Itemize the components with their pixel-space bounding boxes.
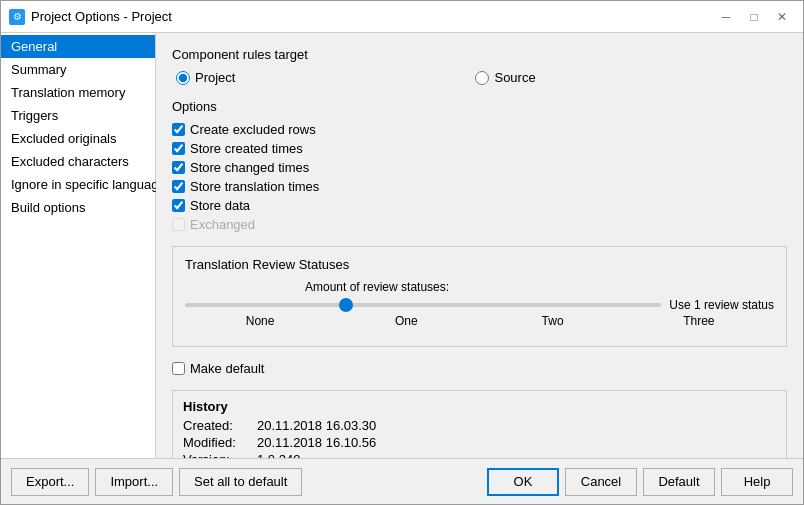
history-label: Modified:: [183, 435, 253, 450]
history-value: 20.11.2018 16.10.56: [257, 435, 376, 450]
slider-tick-one: One: [333, 314, 479, 328]
checkbox-label: Store data: [190, 198, 250, 213]
slider-tick-none: None: [187, 314, 333, 328]
slider-area: Use 1 review status: [185, 298, 774, 312]
cancel-button[interactable]: Cancel: [565, 468, 637, 496]
import-button[interactable]: Import...: [95, 468, 173, 496]
window-title: Project Options - Project: [31, 9, 172, 24]
help-button[interactable]: Help: [721, 468, 793, 496]
history-title: History: [183, 399, 776, 414]
history-value: 20.11.2018 16.03.30: [257, 418, 376, 433]
window: ⚙ Project Options - Project ─ □ ✕ Genera…: [0, 0, 804, 505]
make-default-row: Make default: [172, 361, 787, 376]
slider-ticks: NoneOneTwoThree: [185, 314, 774, 328]
footer-right: OK Cancel Default Help: [487, 468, 793, 496]
review-section: Translation Review Statuses Amount of re…: [172, 246, 787, 347]
set-all-button[interactable]: Set all to default: [179, 468, 302, 496]
footer-left: Export... Import... Set all to default: [11, 468, 302, 496]
content-area: GeneralSummaryTranslation memoryTriggers…: [1, 33, 803, 458]
checkbox-input-store-translation-times[interactable]: [172, 180, 185, 193]
checkbox-exchanged: Exchanged: [172, 217, 787, 232]
radio-project-input[interactable]: [176, 71, 190, 85]
sidebar-item-translation-memory[interactable]: Translation memory: [1, 81, 155, 104]
sidebar-item-summary[interactable]: Summary: [1, 58, 155, 81]
make-default-label: Make default: [190, 361, 264, 376]
sidebar: GeneralSummaryTranslation memoryTriggers…: [1, 33, 156, 458]
checkbox-input-store-data[interactable]: [172, 199, 185, 212]
checkbox-input-store-changed-times[interactable]: [172, 161, 185, 174]
sidebar-item-excluded-originals[interactable]: Excluded originals: [1, 127, 155, 150]
footer: Export... Import... Set all to default O…: [1, 458, 803, 504]
options-label: Options: [172, 99, 787, 114]
checkbox-label: Create excluded rows: [190, 122, 316, 137]
history-row: Created:20.11.2018 16.03.30: [183, 418, 776, 433]
slider-tick-two: Two: [480, 314, 626, 328]
history-row: Modified:20.11.2018 16.10.56: [183, 435, 776, 450]
checkbox-store-translation-times[interactable]: Store translation times: [172, 179, 787, 194]
checkbox-label: Exchanged: [190, 217, 255, 232]
app-icon-letter: ⚙: [13, 11, 22, 22]
slider-right-label: Use 1 review status: [669, 298, 774, 312]
checkbox-input-store-created-times[interactable]: [172, 142, 185, 155]
checkbox-store-changed-times[interactable]: Store changed times: [172, 160, 787, 175]
minimize-button[interactable]: ─: [713, 7, 739, 27]
slider-label: Amount of review statuses:: [305, 280, 449, 294]
sidebar-item-triggers[interactable]: Triggers: [1, 104, 155, 127]
checkbox-input-create-excluded-rows[interactable]: [172, 123, 185, 136]
sidebar-item-excluded-characters[interactable]: Excluded characters: [1, 150, 155, 173]
checkbox-label: Store created times: [190, 141, 303, 156]
checkbox-store-created-times[interactable]: Store created times: [172, 141, 787, 156]
options-checkboxes: Create excluded rowsStore created timesS…: [172, 122, 787, 232]
title-bar-controls: ─ □ ✕: [713, 7, 795, 27]
title-bar: ⚙ Project Options - Project ─ □ ✕: [1, 1, 803, 33]
app-icon: ⚙: [9, 9, 25, 25]
sidebar-item-ignore-in-specific-languages[interactable]: Ignore in specific languages: [1, 173, 155, 196]
radio-source[interactable]: Source: [475, 70, 535, 85]
review-title: Translation Review Statuses: [185, 257, 774, 272]
radio-source-input[interactable]: [475, 71, 489, 85]
radio-source-label: Source: [494, 70, 535, 85]
history-label: Created:: [183, 418, 253, 433]
radio-project[interactable]: Project: [176, 70, 235, 85]
sidebar-item-build-options[interactable]: Build options: [1, 196, 155, 219]
checkbox-store-data[interactable]: Store data: [172, 198, 787, 213]
ok-button[interactable]: OK: [487, 468, 559, 496]
checkbox-label: Store translation times: [190, 179, 319, 194]
title-bar-left: ⚙ Project Options - Project: [9, 9, 172, 25]
slider-tick-three: Three: [626, 314, 772, 328]
checkbox-input-exchanged: [172, 218, 185, 231]
close-button[interactable]: ✕: [769, 7, 795, 27]
radio-group: Project Source: [176, 70, 787, 85]
slider-container: Amount of review statuses: Use 1 review …: [185, 280, 774, 328]
radio-project-label: Project: [195, 70, 235, 85]
maximize-button[interactable]: □: [741, 7, 767, 27]
main-area: Component rules target Project Source Op…: [156, 33, 803, 458]
checkbox-create-excluded-rows[interactable]: Create excluded rows: [172, 122, 787, 137]
checkbox-label: Store changed times: [190, 160, 309, 175]
default-button[interactable]: Default: [643, 468, 715, 496]
make-default-checkbox[interactable]: [172, 362, 185, 375]
component-rules-label: Component rules target: [172, 47, 787, 62]
sidebar-item-general[interactable]: General: [1, 35, 155, 58]
history-section: History Created:20.11.2018 16.03.30Modif…: [172, 390, 787, 458]
review-slider[interactable]: [185, 303, 661, 307]
export-button[interactable]: Export...: [11, 468, 89, 496]
